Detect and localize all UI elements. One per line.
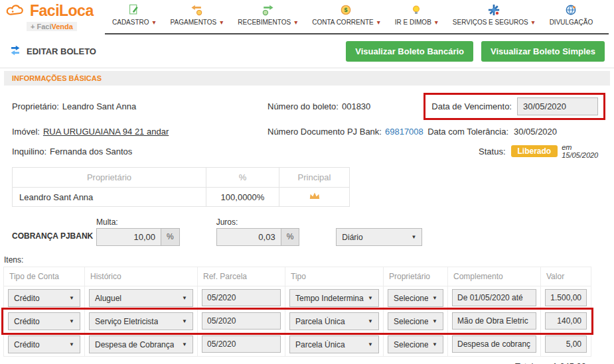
- numero-boleto-label: Número do boleto:: [268, 101, 339, 111]
- tipo-conta-select[interactable]: Crédito: [8, 289, 80, 307]
- proprietario-select[interactable]: Selecione: [388, 289, 443, 307]
- valor-input[interactable]: [545, 289, 587, 306]
- total-label: Total:: [448, 357, 541, 364]
- conta-corrente-coin-icon: $: [340, 3, 352, 17]
- historico-select[interactable]: Serviço Eletricista: [89, 312, 193, 330]
- tipo-select[interactable]: Tempo Indeterminado (: [289, 289, 379, 307]
- proprietario-label: Proprietário:: [12, 101, 59, 111]
- vencimento-label: Data de Vencimento:: [427, 101, 512, 111]
- imovel-label: Imóvel:: [12, 127, 40, 137]
- complemento-input[interactable]: [452, 312, 536, 330]
- visualizar-boleto-simples-button[interactable]: Visualizar Boleto Simples: [481, 41, 605, 62]
- field-data-vencimento: Data de Vencimento:: [423, 93, 609, 120]
- items-header-ref-parcela: Ref. Parcela: [198, 267, 285, 286]
- select-value: Crédito: [14, 317, 40, 326]
- owner-name: Leandro Sant Anna: [13, 188, 206, 207]
- tolerancia-value: 30/05/2020: [514, 127, 557, 137]
- pagamentos-arrows-icon: [191, 3, 203, 17]
- select-value: Aluguel: [95, 294, 121, 303]
- nav-item-cadastro[interactable]: CADASTRO: [105, 2, 163, 32]
- complemento-input[interactable]: [452, 335, 536, 353]
- recebimentos-arrows-icon: [262, 3, 274, 17]
- cobranca-label: COBRANÇA PJBANK: [12, 231, 96, 246]
- items-header-row: Tipo de Conta Histórico Ref. Parcela Tip…: [3, 267, 591, 286]
- imovel-link[interactable]: RUA URUGUAIANA 94 21 andar: [43, 127, 169, 137]
- ref-parcela-input[interactable]: [202, 289, 281, 306]
- inquilino-label: Inquilino:: [12, 147, 46, 156]
- owner-principal: [279, 188, 350, 207]
- annotation-highlight-vencimento: Data de Vencimento:: [423, 93, 605, 120]
- select-value: Tempo Indeterminado (: [295, 294, 364, 303]
- items-header-valor: Valor: [541, 267, 591, 286]
- select-value: Serviço Eletricista: [95, 317, 158, 326]
- items-header-historico: Histórico: [85, 267, 198, 286]
- field-inquilino: Inquilino:Fernanda dos Santos: [12, 147, 268, 156]
- valor-input[interactable]: [545, 312, 587, 330]
- status-date: em 15/05/2020: [562, 143, 609, 159]
- owners-header-percent: %: [206, 168, 279, 188]
- historico-select[interactable]: Aluguel: [89, 289, 193, 307]
- vencimento-input[interactable]: [517, 97, 598, 115]
- tipo-conta-select[interactable]: Crédito: [8, 335, 80, 353]
- top-header: FaciLoca + FaciVenda CADASTRO PAGAMENTOS: [0, 0, 614, 34]
- page-title: EDITAR BOLETO: [27, 46, 96, 56]
- proprietario-select[interactable]: Selecione: [388, 312, 443, 330]
- historico-select[interactable]: Despesa de Cobrança: [89, 335, 193, 353]
- owner-percent: 100,0000%: [206, 188, 279, 207]
- basic-info-grid: Proprietário:Leandro Sant Anna Número do…: [0, 86, 614, 159]
- items-header-proprietario: Proprietário: [384, 267, 448, 286]
- field-data-tolerancia: Data com Tolerância: 30/05/2020: [423, 127, 609, 137]
- edit-boleto-icon: [9, 45, 21, 58]
- select-value: Parcela Única: [295, 317, 345, 326]
- select-value: Crédito: [14, 294, 40, 303]
- main-nav: CADASTRO PAGAMENTOS RECEBIMENTOS $ CONTA…: [105, 2, 609, 34]
- doc-pjbank-label: Número Documento PJ Bank:: [268, 127, 382, 137]
- tipo-conta-select[interactable]: Crédito: [8, 312, 80, 330]
- doc-pjbank-link[interactable]: 69817008: [385, 127, 423, 137]
- select-value: Selecione: [394, 294, 428, 303]
- items-header-tipo-conta: Tipo de Conta: [3, 267, 85, 286]
- proprietario-select[interactable]: Selecione: [388, 335, 443, 353]
- visualizar-boleto-bancario-button[interactable]: Visualizar Boleto Bancário: [346, 41, 473, 62]
- items-label: Itens:: [4, 255, 614, 265]
- ir-dimob-lamp-icon: [411, 3, 422, 17]
- brand-name: FaciLoca: [30, 2, 94, 20]
- nav-item-divulgacao[interactable]: DIVULGAÇÃO: [542, 2, 601, 32]
- divulgacao-globe-icon: [565, 3, 577, 17]
- multa-field: Multa: %: [96, 217, 180, 246]
- owners-header-principal: Principal: [279, 168, 350, 188]
- item-row-annotation-highlight: Crédito Serviço Eletricista Parcela Únic…: [3, 310, 591, 333]
- field-status: Status: Liberado em 15/05/2020: [423, 143, 609, 159]
- items-header-complemento: Complemento: [448, 267, 541, 286]
- select-value: Selecione: [394, 340, 428, 349]
- nav-item-servicos-seguros[interactable]: SERVIÇOS E SEGUROS: [445, 2, 542, 32]
- nav-item-conta-corrente[interactable]: $ CONTA CORRENTE: [305, 2, 388, 32]
- svg-text:$: $: [345, 7, 348, 13]
- items-total-row: Total: 1.645,00: [3, 356, 591, 364]
- numero-boleto-value: 001830: [342, 101, 370, 111]
- multa-input[interactable]: [96, 228, 161, 246]
- ref-parcela-input[interactable]: [202, 312, 281, 330]
- inquilino-value: Fernanda dos Santos: [50, 147, 132, 156]
- nav-item-pagamentos[interactable]: PAGAMENTOS: [163, 2, 231, 32]
- nav-item-recebimentos[interactable]: RECEBIMENTOS: [230, 2, 305, 32]
- tipo-select[interactable]: Parcela Única: [289, 312, 379, 330]
- brand-subtitle: + FaciVenda: [27, 22, 77, 31]
- tipo-select[interactable]: Parcela Única: [289, 335, 379, 353]
- cadastro-document-icon: [128, 3, 139, 17]
- logo[interactable]: FaciLoca + FaciVenda: [5, 2, 105, 34]
- page-header: EDITAR BOLETO Visualizar Boleto Bancário…: [0, 34, 614, 68]
- items-header-tipo: Tipo: [285, 267, 384, 286]
- nav-item-ir-dimob[interactable]: IR E DIMOB: [388, 2, 445, 32]
- cobranca-pjbank-section: COBRANÇA PJBANK Multa: % Juros: % Diário: [12, 217, 614, 246]
- complemento-input[interactable]: [452, 289, 536, 306]
- field-proprietario: Proprietário:Leandro Sant Anna: [12, 101, 268, 111]
- juros-input[interactable]: [216, 228, 281, 246]
- valor-input[interactable]: [545, 335, 587, 353]
- cloud-logo-icon: [5, 3, 28, 19]
- periodo-select[interactable]: Diário: [336, 228, 422, 246]
- multa-suffix: %: [161, 228, 180, 246]
- items-table: Tipo de Conta Histórico Ref. Parcela Tip…: [3, 267, 591, 364]
- ref-parcela-input[interactable]: [202, 335, 281, 353]
- multa-label: Multa:: [96, 217, 180, 227]
